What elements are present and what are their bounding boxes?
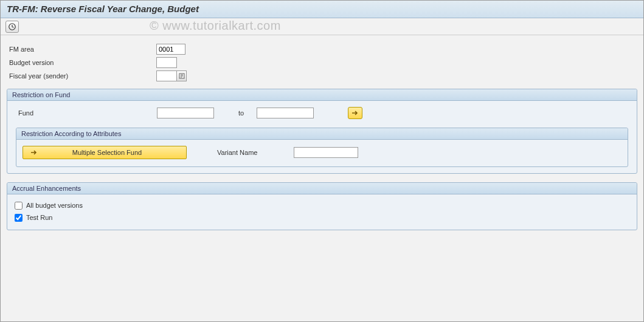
- search-help-icon: [179, 73, 185, 79]
- fund-multiple-selection-button[interactable]: [348, 107, 362, 119]
- group-attr-title: Restriction According to Attributes: [16, 128, 628, 140]
- budget-version-input[interactable]: [156, 57, 177, 68]
- row-fiscal-year: Fiscal year (sender): [7, 69, 637, 83]
- group-fund-title: Restriction on Fund: [7, 89, 637, 101]
- fm-area-label: FM area: [7, 46, 156, 53]
- fm-area-input[interactable]: [156, 44, 185, 55]
- clock-execute-icon: [8, 22, 16, 31]
- group-restriction-attributes: Restriction According to Attributes Mult…: [16, 128, 628, 167]
- row-budget-version: Budget version: [7, 56, 637, 69]
- budget-version-label: Budget version: [7, 59, 156, 66]
- msel-button-label: Multiple Selection Fund: [40, 149, 186, 156]
- fiscal-year-f4-button[interactable]: [177, 70, 187, 81]
- arrow-right-icon: [351, 110, 359, 116]
- toolbar: [1, 18, 643, 35]
- fund-to-input[interactable]: [257, 108, 314, 118]
- row-all-budget-versions: All budget versions: [13, 199, 631, 211]
- fiscal-year-input[interactable]: [156, 70, 177, 81]
- variant-name-input[interactable]: [294, 147, 358, 158]
- fiscal-year-label: Fiscal year (sender): [7, 72, 156, 80]
- group-restriction-fund: Restriction on Fund Fund to Restriction …: [7, 89, 637, 174]
- multiple-selection-fund-button[interactable]: Multiple Selection Fund: [23, 146, 187, 159]
- arrow-right-icon: [30, 149, 38, 156]
- all-budget-versions-label: All budget versions: [26, 202, 83, 209]
- main-content: FM area Budget version Fiscal year (send…: [1, 35, 643, 246]
- group-accrual-title: Accrual Enhancements: [7, 183, 637, 194]
- group-accrual-enhancements: Accrual Enhancements All budget versions…: [7, 182, 637, 230]
- execute-button[interactable]: [5, 21, 19, 33]
- page-title: TR-FM: Reverse Fiscal Year Change, Budge…: [7, 4, 637, 14]
- fund-label: Fund: [16, 109, 157, 117]
- test-run-label: Test Run: [26, 214, 52, 221]
- variant-name-label: Variant Name: [217, 149, 294, 156]
- row-fund-range: Fund to: [16, 107, 628, 119]
- row-test-run: Test Run: [13, 211, 631, 224]
- row-fm-area: FM area: [7, 43, 637, 56]
- test-run-checkbox[interactable]: [15, 214, 23, 222]
- fund-to-label: to: [214, 109, 257, 117]
- all-budget-versions-checkbox[interactable]: [15, 202, 23, 210]
- title-bar: TR-FM: Reverse Fiscal Year Change, Budge…: [1, 1, 643, 18]
- fund-from-input[interactable]: [157, 108, 214, 118]
